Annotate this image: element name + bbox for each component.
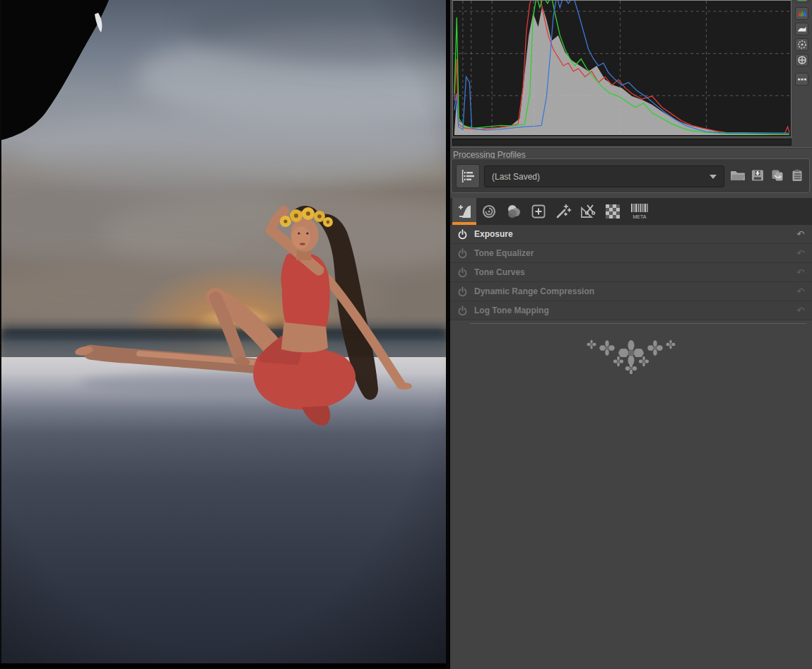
tool-row-exposure[interactable]: Exposure ↶	[450, 225, 812, 244]
reset-icon[interactable]: ↶	[796, 286, 805, 296]
histogram-partial-toggle[interactable]	[795, 0, 808, 3]
tab-advanced[interactable]	[526, 198, 551, 225]
tool-row-dynamic-range-compression[interactable]: Dynamic Range Compression ↶	[450, 282, 812, 301]
photo-image	[1, 0, 447, 663]
reset-icon[interactable]: ↶	[796, 306, 805, 315]
tool-row-tone-equalizer[interactable]: Tone Equalizer ↶	[450, 244, 812, 263]
histogram-chromaticity-toggle[interactable]	[795, 38, 808, 51]
tab-local-adjustments[interactable]	[551, 198, 575, 225]
tab-transform[interactable]	[576, 198, 600, 225]
tool-label: Tone Curves	[474, 267, 796, 277]
tab-color[interactable]	[502, 198, 526, 225]
advanced-icon	[531, 204, 546, 219]
metadata-barcode-icon: META	[628, 202, 651, 221]
power-toggle-icon[interactable]	[457, 286, 468, 297]
detail-icon	[481, 204, 497, 219]
color-icon	[506, 204, 522, 219]
copy-profile-button[interactable]	[768, 163, 787, 187]
histogram-luminosity-toggle[interactable]	[795, 23, 808, 35]
histogram-bar-toggle[interactable]	[795, 73, 808, 86]
open-profile-button[interactable]	[729, 163, 747, 187]
power-toggle-icon[interactable]	[457, 306, 468, 316]
power-toggle-icon[interactable]	[457, 267, 468, 278]
tool-label: Exposure	[474, 229, 796, 239]
profile-selected-value: (Last Saved)	[485, 172, 710, 182]
profile-select[interactable]: (Last Saved)	[484, 165, 724, 187]
app-window: Processing Profiles (Last Saved)	[0, 0, 812, 669]
tab-exposure[interactable]	[452, 198, 476, 225]
tab-raw[interactable]	[601, 198, 625, 225]
reset-icon[interactable]: ↶	[796, 267, 805, 277]
exposure-icon	[456, 203, 473, 220]
power-toggle-icon[interactable]	[457, 229, 468, 240]
fill-mode-icon	[461, 169, 475, 183]
histogram-indicator-bar	[452, 139, 792, 146]
crop-scissors-icon	[579, 203, 596, 220]
magic-wand-icon	[555, 203, 572, 220]
photo-preview	[0, 0, 446, 663]
histogram-rgb-toggle[interactable]	[795, 7, 808, 20]
tool-label: Log Tone Mapping	[474, 306, 796, 315]
histogram-raw-toggle[interactable]	[795, 54, 808, 66]
histogram-resize-handle[interactable]	[450, 147, 812, 149]
chevron-down-icon	[710, 175, 717, 179]
save-profile-button[interactable]	[748, 163, 767, 187]
tool-row-tone-curves[interactable]: Tone Curves ↶	[450, 263, 812, 282]
reset-icon[interactable]: ↶	[796, 229, 805, 239]
paste-profile-button[interactable]	[788, 163, 806, 187]
tool-label: Dynamic Range Compression	[474, 286, 796, 296]
histogram-chart	[453, 1, 791, 136]
tool-tabs: META	[450, 198, 812, 225]
svg-text:META: META	[633, 214, 647, 219]
copy-icon	[770, 168, 784, 182]
flower-ornament-icon	[450, 334, 812, 374]
paste-icon	[790, 168, 804, 182]
editor-right-panel: Processing Profiles (Last Saved)	[450, 0, 812, 669]
power-toggle-icon[interactable]	[457, 248, 468, 259]
histogram-side-buttons	[794, 0, 810, 146]
reset-icon[interactable]: ↶	[796, 248, 805, 258]
tools-separator	[470, 323, 806, 324]
processing-profiles-frame: (Last Saved)	[451, 158, 810, 193]
tool-row-log-tone-mapping[interactable]: Log Tone Mapping ↶	[450, 301, 812, 320]
tool-label: Tone Equalizer	[474, 248, 796, 258]
histogram-plot	[452, 0, 792, 137]
tab-metadata[interactable]: META	[625, 198, 654, 225]
folder-icon	[730, 169, 746, 182]
bayer-checker-icon	[604, 203, 621, 220]
tab-detail[interactable]	[477, 198, 501, 225]
profile-fill-mode-button[interactable]	[456, 164, 480, 188]
save-icon	[751, 168, 765, 182]
tools-list: Exposure ↶ Tone Equalizer ↶ Tone Curves …	[450, 225, 812, 669]
